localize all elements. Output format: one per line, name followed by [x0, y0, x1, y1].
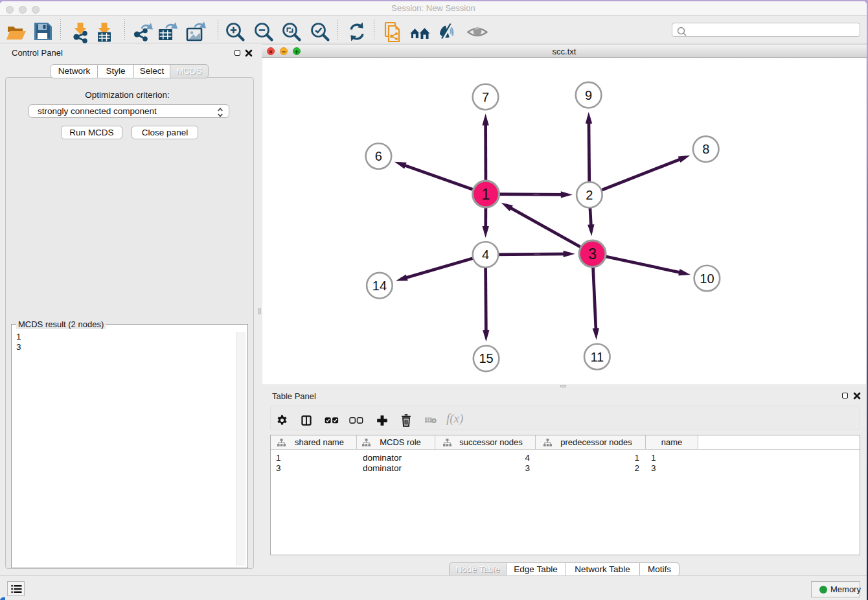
svg-text:14: 14 — [372, 279, 387, 293]
svg-text:9: 9 — [585, 88, 592, 102]
svg-text:4: 4 — [482, 248, 489, 262]
svg-text:1: 1 — [482, 186, 490, 203]
svg-text:3: 3 — [588, 246, 597, 262]
svg-text:7: 7 — [482, 90, 489, 104]
svg-text:2: 2 — [586, 188, 593, 202]
svg-text:10: 10 — [700, 271, 714, 286]
svg-text:6: 6 — [375, 149, 382, 163]
svg-text:11: 11 — [590, 350, 604, 364]
svg-text:8: 8 — [702, 142, 709, 156]
svg-text:15: 15 — [479, 351, 493, 365]
